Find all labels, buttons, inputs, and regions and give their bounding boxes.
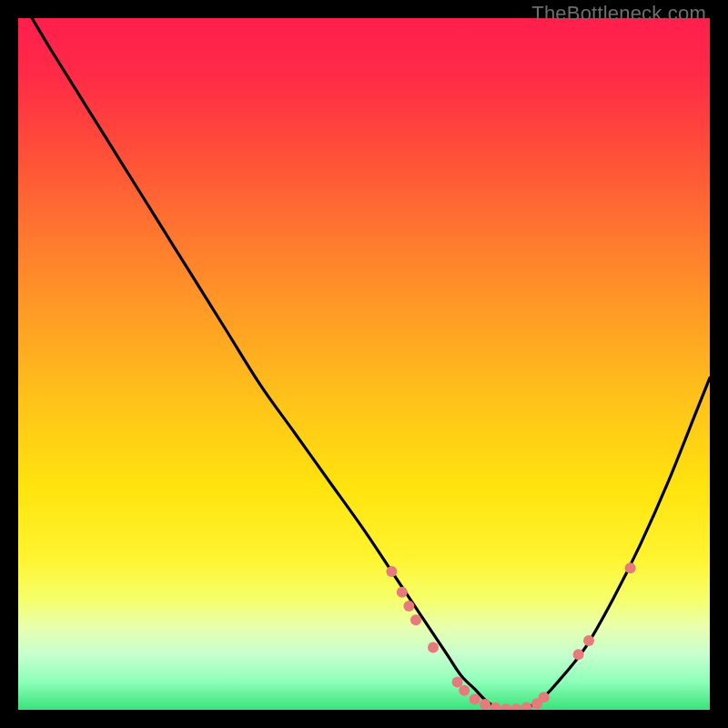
curve-marker xyxy=(397,587,408,598)
curve-markers xyxy=(386,562,635,710)
curve-marker xyxy=(470,694,480,705)
curve-marker xyxy=(403,601,414,612)
curve-marker xyxy=(511,703,521,710)
curve-layer xyxy=(18,18,710,710)
curve-marker xyxy=(521,703,532,710)
curve-marker xyxy=(459,685,470,696)
bottleneck-curve xyxy=(32,18,710,710)
curve-marker xyxy=(410,614,421,625)
watermark-text: TheBottleneck.com xyxy=(531,2,706,25)
chart-frame: TheBottleneck.com xyxy=(0,0,728,728)
curve-marker xyxy=(539,692,550,703)
curve-marker xyxy=(386,566,397,577)
curve-marker xyxy=(583,635,594,646)
curve-marker xyxy=(500,703,511,710)
curve-marker xyxy=(573,649,584,660)
plot-area xyxy=(18,18,710,710)
curve-marker xyxy=(625,562,636,573)
curve-marker xyxy=(428,642,439,653)
curve-marker xyxy=(480,699,490,710)
